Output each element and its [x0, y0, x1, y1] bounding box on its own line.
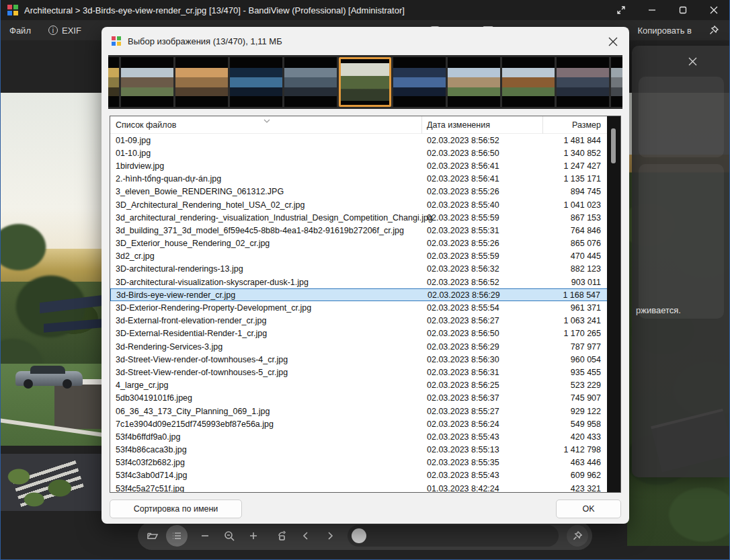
file-name: 3d_architectural_rendering-_visualizatio… — [116, 213, 433, 223]
file-size: 935 455 — [571, 368, 601, 377]
list-scrollbar-thumb[interactable] — [611, 128, 616, 163]
rotate-icon[interactable] — [271, 525, 292, 547]
file-row[interactable]: 3D_Architectural_Rendering_hotel_USA_02_… — [110, 198, 608, 211]
file-size: 609 962 — [571, 471, 601, 480]
file-row[interactable]: 53f4b6ffdf9a0.jpg 02.03.2023 8:55:43 420… — [110, 430, 608, 443]
thumbnail-office-tower[interactable] — [557, 57, 609, 107]
file-row[interactable]: 3d2_cr.jpg 02.03.2023 8:55:59 470 445 — [110, 250, 608, 263]
column-header-name[interactable]: Список файлов — [116, 120, 176, 130]
bandiview-window: Architectural > 3d-Birds-eye-view-render… — [0, 0, 730, 560]
menu-item-exif[interactable]: i EXIF — [40, 26, 90, 36]
file-row[interactable]: 3d_building_371_3d_model_6f59e4c5-8b8b-4… — [110, 224, 608, 237]
file-size: 960 054 — [571, 355, 601, 364]
zoom-out-icon[interactable] — [194, 525, 216, 547]
next-icon[interactable] — [319, 525, 341, 547]
file-row[interactable]: 2.-hình-tổng-quan-dự-án.jpg 02.03.2023 8… — [110, 173, 608, 186]
image-bushes — [1, 454, 95, 511]
file-row[interactable]: 3d-External-front-elevation-render_cr.jp… — [110, 315, 608, 327]
file-name: 3d_building_371_3d_model_6f59e4c5-8b8b-4… — [116, 226, 404, 235]
file-row[interactable]: 5db30419101f6.jpeg 02.03.2023 8:56:37 74… — [110, 392, 608, 405]
file-row[interactable]: 53f4c03f2b682.jpg 02.03.2023 8:55:35 463… — [110, 456, 608, 469]
zoom-slider-handle[interactable] — [352, 528, 366, 543]
window-title: Architectural > 3d-Birds-eye-view-render… — [24, 5, 405, 15]
thumbnail-partial-left[interactable] — [108, 57, 119, 107]
file-size: 1 170 265 — [563, 329, 601, 338]
file-row[interactable]: 53f4b86caca3b.jpg 02.03.2023 8:55:13 1 4… — [110, 444, 608, 456]
file-name: 3d-External-front-elevation-render_cr.jp… — [116, 316, 266, 325]
magnifier-icon[interactable] — [218, 525, 240, 547]
file-row[interactable]: 3d_architectural_rendering-_visualizatio… — [110, 211, 608, 224]
file-name: 5db30419101f6.jpeg — [116, 393, 192, 403]
file-row[interactable]: 3d-Street-View-render-of-townhouses-4_cr… — [110, 353, 608, 366]
file-row[interactable]: 01-09.jpg 02.03.2023 8:56:52 1 481 844 — [110, 134, 608, 147]
file-date: 02.03.2023 8:56:25 — [427, 381, 499, 390]
file-date: 02.03.2023 8:55:13 — [427, 445, 499, 454]
column-header-size[interactable]: Размер — [572, 120, 601, 130]
file-row[interactable]: 3_eleven_Bowie_RENDERING_061312.JPG 02.0… — [110, 186, 608, 198]
file-date: 02.03.2023 8:56:41 — [427, 161, 499, 171]
thumbnail-beige-house[interactable] — [448, 57, 500, 107]
file-list: Список файлов Дата изменения Размер 01-0… — [110, 116, 621, 493]
file-row[interactable]: 3D-architectural-renderings-13.jpg 02.03… — [110, 263, 608, 276]
column-header-date[interactable]: Дата изменения — [427, 120, 490, 130]
ok-button[interactable]: OK — [556, 499, 621, 518]
file-size: 882 123 — [571, 264, 601, 274]
sort-by-name-button[interactable]: Сортировка по имени — [110, 499, 242, 518]
zoom-slider[interactable] — [348, 525, 559, 547]
info-icon: i — [48, 26, 58, 35]
file-size: 463 446 — [571, 458, 601, 467]
folder-open-icon[interactable] — [142, 525, 163, 547]
file-row[interactable]: 3D-Exterior-Rendering-Property-Developme… — [110, 301, 608, 314]
side-panel-close-icon[interactable] — [685, 54, 700, 69]
menu-item-6[interactable]: Копировать в — [628, 26, 700, 36]
file-date: 02.03.2023 8:55:27 — [427, 407, 499, 416]
thumbnail-night-towers[interactable] — [230, 57, 282, 107]
file-name: 3D-External-Residential-Render-1_cr.jpg — [116, 329, 267, 338]
dialog-close-icon[interactable] — [605, 34, 621, 50]
thumbnail-houses[interactable] — [121, 57, 173, 107]
list-scrollbar[interactable] — [607, 116, 620, 492]
menu-item-file[interactable]: Файл — [1, 26, 40, 36]
close-icon[interactable] — [698, 0, 729, 20]
file-name: 3D-architectural-visualization-skyscrape… — [116, 278, 309, 287]
bandiview-logo-icon — [7, 5, 18, 15]
file-row[interactable]: 06_36_43_173_City_Planning_069_1.jpg 02.… — [110, 405, 608, 417]
file-size: 764 846 — [571, 226, 601, 235]
file-date: 02.03.2023 8:56:29 — [427, 342, 499, 352]
file-name: 01-10.jpg — [116, 149, 151, 158]
file-row[interactable]: 3d-Birds-eye-view-render_cr.jpg 02.03.20… — [110, 288, 608, 301]
thumbnail-glass-building[interactable] — [175, 57, 228, 107]
file-size: 470 445 — [571, 251, 601, 261]
thumbnail-blue-apartments[interactable] — [393, 57, 446, 107]
list-view-icon[interactable] — [166, 525, 188, 547]
file-date: 02.03.2023 8:56:52 — [427, 136, 499, 145]
menu-pin-icon[interactable] — [700, 26, 729, 35]
thumbnail-partial-right[interactable] — [611, 57, 622, 107]
file-size: 903 011 — [571, 278, 601, 287]
file-row[interactable]: 53f4c5a27c51f.jpg 01.03.2023 8:42:24 423… — [110, 482, 608, 493]
thumbnail-aerial-render-selected[interactable] — [339, 57, 391, 107]
file-row[interactable]: 3D-architectural-visualization-skyscrape… — [110, 276, 608, 288]
file-date: 02.03.2023 8:56:24 — [427, 419, 499, 429]
file-row[interactable]: 4_large_cr.jpg 02.03.2023 8:56:25 523 22… — [110, 379, 608, 392]
toolbar-pin-icon[interactable] — [567, 525, 588, 547]
file-row[interactable]: 3d-Rendering-Services-3.jpg 02.03.2023 8… — [110, 340, 608, 353]
thumbnail-modern-house[interactable] — [502, 57, 555, 107]
zoom-in-icon[interactable] — [243, 525, 264, 547]
file-name: 53f4c3ab0d714.jpg — [116, 471, 187, 480]
prev-icon[interactable] — [295, 525, 317, 547]
maximize-icon[interactable] — [667, 0, 698, 20]
file-row[interactable]: 7c1e3904d09e215df745993ebf87e56a.jpg 02.… — [110, 417, 608, 430]
file-name: 3_eleven_Bowie_RENDERING_061312.JPG — [116, 187, 284, 196]
file-row[interactable]: 3D_Exterior_house_Rendering_02_cr.jpg 02… — [110, 237, 608, 250]
minimize-icon[interactable] — [637, 0, 667, 20]
file-row[interactable]: 53f4c3ab0d714.jpg 02.03.2023 8:55:43 609… — [110, 469, 608, 482]
fullscreen-icon[interactable] — [606, 0, 637, 20]
file-date: 02.03.2023 8:55:43 — [427, 432, 499, 442]
file-row[interactable]: 3D-External-Residential-Render-1_cr.jpg … — [110, 327, 608, 340]
file-row[interactable]: 1birdview.jpg 02.03.2023 8:56:41 1 247 4… — [110, 159, 608, 172]
thumbnail-dusk-skyline[interactable] — [284, 57, 337, 107]
file-name: 3d-Birds-eye-view-render_cr.jpg — [116, 290, 235, 300]
file-row[interactable]: 3d-Street-View-render-of-townhouses-5_cr… — [110, 366, 608, 378]
file-row[interactable]: 01-10.jpg 02.03.2023 8:56:50 1 340 852 — [110, 147, 608, 159]
